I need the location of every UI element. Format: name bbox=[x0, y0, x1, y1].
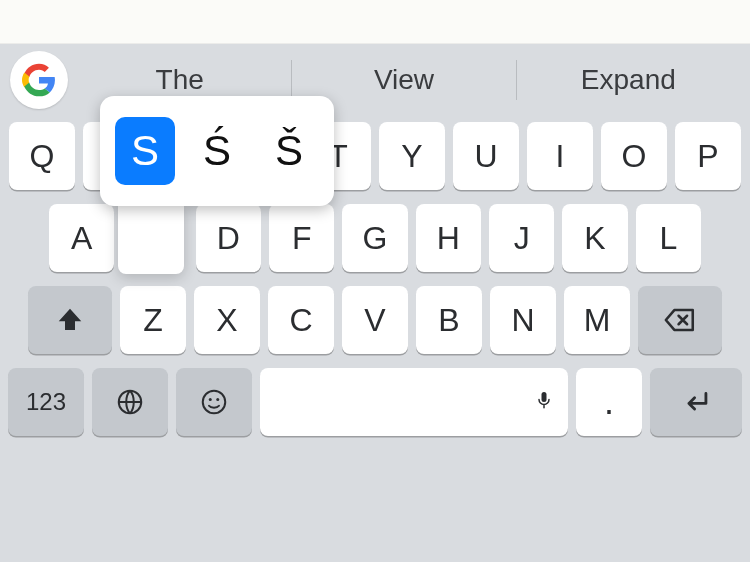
key-o[interactable]: O bbox=[601, 122, 667, 190]
google-search-button[interactable] bbox=[10, 51, 68, 109]
enter-key[interactable] bbox=[650, 368, 742, 436]
key-y[interactable]: Y bbox=[379, 122, 445, 190]
backspace-icon bbox=[663, 303, 697, 337]
key-m[interactable]: M bbox=[564, 286, 630, 354]
key-z[interactable]: Z bbox=[120, 286, 186, 354]
google-g-icon bbox=[22, 63, 56, 97]
suggestion-list: The View Expand bbox=[68, 60, 740, 100]
longpress-option-s[interactable]: S bbox=[115, 117, 175, 185]
svg-point-3 bbox=[216, 398, 219, 401]
numbers-key[interactable]: 123 bbox=[8, 368, 84, 436]
key-i[interactable]: I bbox=[527, 122, 593, 190]
key-x[interactable]: X bbox=[194, 286, 260, 354]
key-rows: S Ś Š Q W E R T Y U I O P A S D F G H J … bbox=[0, 116, 750, 562]
key-u[interactable]: U bbox=[453, 122, 519, 190]
longpress-popup: S Ś Š bbox=[100, 96, 334, 206]
key-g[interactable]: G bbox=[342, 204, 407, 272]
key-a[interactable]: A bbox=[49, 204, 114, 272]
longpress-stem bbox=[118, 204, 184, 274]
suggestion-3[interactable]: Expand bbox=[517, 64, 740, 96]
key-c[interactable]: C bbox=[268, 286, 334, 354]
globe-icon bbox=[115, 387, 145, 417]
return-icon bbox=[679, 385, 713, 419]
spacebar[interactable] bbox=[260, 368, 568, 436]
key-v[interactable]: V bbox=[342, 286, 408, 354]
longpress-option-s-acute[interactable]: Ś bbox=[187, 117, 247, 185]
suggestion-2[interactable]: View bbox=[292, 64, 515, 96]
voice-input-button[interactable] bbox=[534, 384, 554, 421]
key-q[interactable]: Q bbox=[9, 122, 75, 190]
smiley-icon bbox=[199, 387, 229, 417]
svg-point-1 bbox=[203, 391, 226, 414]
svg-rect-4 bbox=[542, 392, 547, 402]
key-row-3: Z X C V B N M bbox=[8, 286, 742, 354]
shift-icon bbox=[55, 305, 85, 335]
app-content-area bbox=[0, 0, 750, 44]
key-p[interactable]: P bbox=[675, 122, 741, 190]
key-h[interactable]: H bbox=[416, 204, 481, 272]
key-k[interactable]: K bbox=[562, 204, 627, 272]
key-d[interactable]: D bbox=[196, 204, 261, 272]
key-row-4: 123 bbox=[8, 368, 742, 436]
backspace-key[interactable] bbox=[638, 286, 722, 354]
language-key[interactable] bbox=[92, 368, 168, 436]
longpress-option-s-caron[interactable]: Š bbox=[259, 117, 319, 185]
key-n[interactable]: N bbox=[490, 286, 556, 354]
shift-key[interactable] bbox=[28, 286, 112, 354]
gboard-keyboard: The View Expand S Ś Š Q W E R T Y U I O … bbox=[0, 44, 750, 562]
suggestion-1[interactable]: The bbox=[68, 64, 291, 96]
period-key[interactable]: . bbox=[576, 368, 642, 436]
svg-point-2 bbox=[209, 398, 212, 401]
key-l[interactable]: L bbox=[636, 204, 701, 272]
key-j[interactable]: J bbox=[489, 204, 554, 272]
emoji-key[interactable] bbox=[176, 368, 252, 436]
key-f[interactable]: F bbox=[269, 204, 334, 272]
microphone-icon bbox=[534, 387, 554, 413]
key-b[interactable]: B bbox=[416, 286, 482, 354]
